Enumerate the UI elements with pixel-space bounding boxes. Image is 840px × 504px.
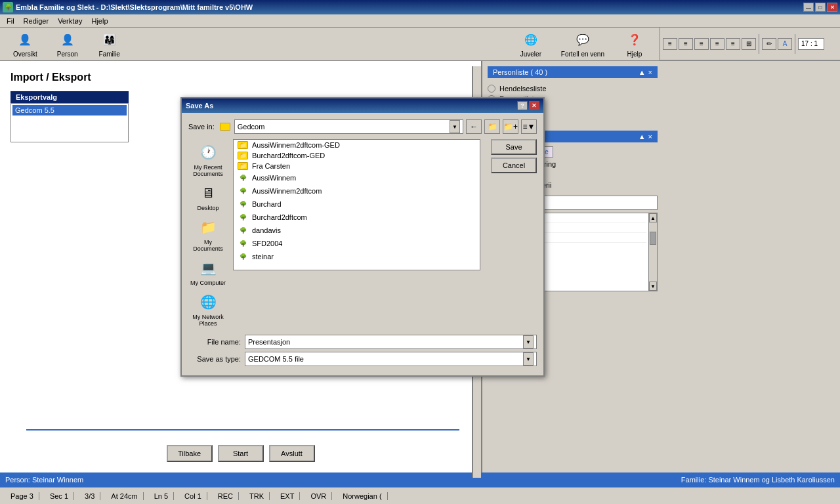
close-button[interactable]: ✕: [827, 3, 837, 12]
personliste-up-btn[interactable]: ▲: [639, 68, 646, 76]
align-left-btn[interactable]: ≡: [663, 38, 677, 50]
filename-dropdown-arrow[interactable]: ▼: [523, 335, 534, 348]
hendelsesliste-radio[interactable]: [488, 85, 495, 93]
indent-btn[interactable]: ≡: [710, 38, 724, 50]
menu-bar: Fil Rediger Verktøy Hjelp: [0, 14, 840, 28]
sidebar-desktop[interactable]: 🖥 Desktop: [188, 180, 228, 214]
toolbar-person[interactable]: 👤 Person: [48, 30, 87, 59]
save-as-dialog: Save As ? ✕ Save in: Gedcom ▼ ← 📁 📁+: [180, 97, 545, 377]
menu-rediger[interactable]: Rediger: [20, 16, 53, 26]
sidebar-my-network-label: My Network Places: [190, 314, 226, 327]
status-familie: Familie: Steinar Winnem og Lisbeth Karol…: [681, 476, 835, 484]
avslutt-button[interactable]: Avslutt: [269, 445, 315, 462]
app-icon: 🌳: [3, 2, 13, 12]
color-btn[interactable]: A: [778, 38, 792, 50]
cancel-button[interactable]: Cancel: [491, 158, 537, 173]
view-btn[interactable]: ≡▼: [521, 119, 537, 134]
bottom-ln: Ln 5: [149, 492, 174, 500]
back-btn[interactable]: ←: [466, 119, 482, 134]
menu-hjelp[interactable]: Hjelp: [87, 16, 112, 26]
ged-icon-7: 🌳: [238, 225, 248, 236]
scroll-thumb[interactable]: [650, 232, 656, 245]
filename-label: File name:: [188, 338, 241, 346]
fortell-icon: 💬: [574, 31, 592, 49]
toolbar-juveler[interactable]: 🌐 Juveler: [511, 30, 551, 59]
toolbar-oversikt[interactable]: 👤 Oversikt: [5, 30, 45, 59]
personlisten-up-btn[interactable]: ▲: [639, 133, 646, 140]
menu-fil[interactable]: Fil: [3, 16, 18, 26]
save-in-dropdown[interactable]: Gedcom ▼: [234, 119, 463, 134]
folder-icon-0: 📁: [238, 141, 248, 149]
filetype-dropdown-arrow[interactable]: ▼: [523, 352, 534, 366]
filetype-value: GEDCOM 5.5 file: [248, 355, 304, 363]
new-folder-btn[interactable]: 📁+: [503, 119, 518, 134]
sidebar-my-computer[interactable]: 💻 My Computer: [188, 255, 228, 289]
bottom-rec: REC: [213, 492, 239, 500]
wizard-buttons: Tilbake Start Avslutt: [167, 445, 315, 462]
menu-verktoy[interactable]: Verktøy: [54, 16, 86, 26]
bottom-col: Col 1: [179, 492, 207, 500]
dialog-help-btn[interactable]: ?: [517, 101, 528, 110]
filetype-row: Save as type: GEDCOM 5.5 file ▼: [188, 352, 537, 366]
file-item-5[interactable]: 🌳 Burchard: [234, 198, 480, 211]
table-btn[interactable]: ⊞: [742, 38, 756, 50]
ged-icon-3: 🌳: [238, 173, 248, 183]
filename-input[interactable]: Presentasjon ▼: [245, 335, 537, 349]
toolbar-familie[interactable]: 👨‍👩‍👧 Familie: [90, 30, 129, 59]
tilbake-button[interactable]: Tilbake: [167, 445, 213, 462]
file-item-9[interactable]: 🌳 steinar: [234, 250, 480, 263]
right-toolbar: ≡ ≡ ≡ ≡ ≡ ⊞ ✏ A 17 : 1: [660, 28, 840, 60]
dialog-close-btn[interactable]: ✕: [529, 101, 539, 110]
ged-icon-8: 🌳: [238, 238, 248, 249]
documents-icon: 📁: [198, 217, 219, 238]
file-item-6[interactable]: 🌳 Burchard2dftcom: [234, 211, 480, 224]
oversikt-icon: 👤: [16, 31, 34, 49]
list-btn[interactable]: ≡: [694, 38, 709, 50]
hendelsesliste-row[interactable]: Hendelsesliste: [488, 83, 658, 94]
sidebar-my-documents[interactable]: 📁 My Documents: [188, 214, 228, 255]
file-name-4: AussiWinnem2dftcom: [252, 187, 322, 195]
save-in-toolbar: Save in: Gedcom ▼ ← 📁 📁+ ≡▼: [188, 119, 537, 134]
personlisten-close-btn[interactable]: ×: [648, 133, 652, 140]
nav-area: [26, 420, 459, 440]
bottom-trk: TRK: [244, 492, 270, 500]
file-item-7[interactable]: 🌳 dandavis: [234, 224, 480, 237]
file-name-6: Burchard2dftcom: [252, 213, 307, 221]
align-center-btn[interactable]: ≡: [679, 38, 693, 50]
desktop-icon: 🖥: [198, 182, 219, 203]
sidebar-my-network[interactable]: 🌐 My Network Places: [188, 289, 228, 329]
personliste-close-btn[interactable]: ×: [648, 68, 652, 76]
filetype-select[interactable]: GEDCOM 5.5 file ▼: [245, 352, 537, 366]
familie-icon: 👨‍👩‍👧: [100, 31, 119, 49]
toolbar-fortell[interactable]: 💬 Fortell en venn: [553, 30, 612, 59]
toolbar-hjelp[interactable]: ❓ Hjelp: [615, 30, 654, 59]
folder-icon-2: 📁: [238, 162, 248, 170]
file-name-2: Fra Carsten: [252, 162, 290, 170]
ged-icon-5: 🌳: [238, 199, 248, 209]
folder-icon-1: 📁: [238, 152, 248, 159]
ged-icon-6: 🌳: [238, 212, 248, 222]
status-person: Person: Steinar Winnem: [5, 476, 83, 484]
file-name-0: AussiWinnem2dftcom-GED: [252, 141, 340, 149]
file-item-4[interactable]: 🌳 AussiWinnem2dftcom: [234, 184, 480, 198]
file-item-2[interactable]: 📁 Fra Carsten: [234, 161, 480, 171]
file-item-3[interactable]: 🌳 AussiWinnem: [234, 171, 480, 184]
save-button[interactable]: Save: [491, 139, 537, 155]
outdent-btn[interactable]: ≡: [726, 38, 740, 50]
dialog-title-text: Save As: [186, 102, 213, 110]
start-button[interactable]: Start: [218, 445, 264, 462]
filename-value: Presentasjon: [248, 338, 290, 346]
file-item-0[interactable]: 📁 AussiWinnem2dftcom-GED: [234, 140, 480, 150]
file-name-7: dandavis: [252, 226, 281, 234]
draw-btn[interactable]: ✏: [762, 38, 776, 50]
person-list-scrollbar[interactable]: ▲ ▼: [648, 213, 658, 291]
sidebar-recent[interactable]: 🕐 My Recent Documents: [188, 139, 228, 180]
eksportvalg-item-gedcom[interactable]: Gedcom 5.5: [12, 105, 127, 116]
file-item-1[interactable]: 📁 Burchard2dftcom-GED: [234, 150, 480, 161]
maximize-button[interactable]: □: [815, 3, 826, 12]
minimize-button[interactable]: —: [803, 3, 814, 12]
folder-icon: [220, 123, 230, 131]
up-btn[interactable]: 📁: [484, 119, 500, 134]
combo-arrow-icon[interactable]: ▼: [450, 120, 460, 133]
file-item-8[interactable]: 🌳 SFD2004: [234, 237, 480, 250]
